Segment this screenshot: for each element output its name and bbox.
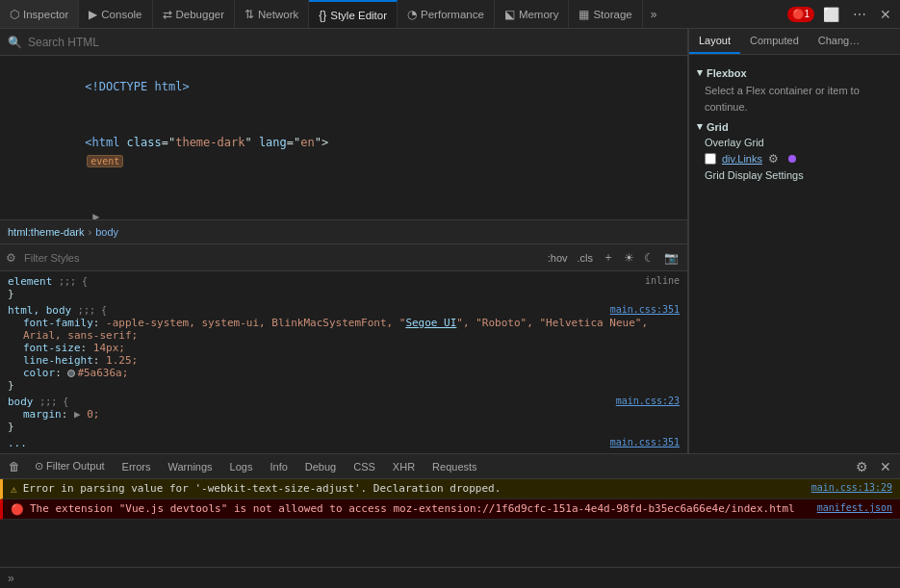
color-name[interactable]: color	[23, 367, 55, 379]
font-size-name[interactable]: font-size	[23, 342, 81, 354]
requests-tab[interactable]: Requests	[424, 459, 484, 474]
info-tab[interactable]: Info	[262, 459, 295, 474]
html-line-html[interactable]: <html class="theme-dark" lang="en"> even…	[0, 115, 687, 190]
console-filter-button[interactable]: ⊙ Filter Output	[27, 458, 113, 474]
tab-memory[interactable]: ⬕ Memory	[495, 0, 570, 28]
inspector-icon: ⬡	[10, 8, 19, 21]
element-selector[interactable]: element	[8, 275, 52, 288]
logs-tab[interactable]: Logs	[222, 459, 261, 474]
more-options-button[interactable]: ⋯	[848, 5, 871, 24]
html-line-head[interactable]: ▶ <head> ··· </head>	[0, 189, 687, 219]
html-line-doctype: <!DOCTYPE html>	[0, 60, 687, 115]
tab-console[interactable]: ▶ Console	[79, 0, 152, 28]
html-lang-attr: lang	[259, 136, 287, 149]
font-family-name[interactable]: font-family	[23, 317, 93, 329]
clear-console-button[interactable]: 🗑	[4, 458, 25, 475]
tab-network[interactable]: ⇅ Network	[235, 0, 309, 28]
right-tabs: Layout Computed Chang…	[689, 29, 900, 55]
more-selector: ...	[8, 437, 27, 449]
tab-changes[interactable]: Chang…	[809, 29, 869, 54]
screenshot-button[interactable]: 📷	[661, 250, 681, 266]
console-input[interactable]	[20, 572, 892, 585]
html-lang-value: en	[300, 136, 314, 149]
tab-style-editor[interactable]: {} Style Editor	[309, 0, 398, 28]
flexbox-section-header[interactable]: ▾ Flexbox	[697, 66, 892, 79]
css-toolbar: ⚙ :hov .cls ＋ ☀ ☾ 📷	[0, 244, 687, 271]
html-panel: 🔍 <!DOCTYPE html> <html class="theme-dar…	[0, 29, 688, 453]
tab-overflow-button[interactable]: »	[643, 8, 665, 21]
add-rule-button[interactable]: ＋	[600, 248, 617, 267]
html-close-bracket: ">	[315, 136, 328, 149]
debug-tab[interactable]: Debug	[297, 459, 344, 474]
xhr-tab[interactable]: XHR	[385, 459, 423, 474]
css-rules-area: element ;;; { inline } html, body ;;; { …	[0, 271, 687, 453]
search-input[interactable]	[28, 36, 680, 49]
responsive-design-button[interactable]: ⬜	[818, 5, 844, 24]
grid-item-link[interactable]: div.Links	[722, 153, 762, 165]
color-dot[interactable]	[67, 370, 75, 377]
tab-debugger[interactable]: ⇄ Debugger	[153, 0, 236, 28]
line-height-name[interactable]: line-height	[23, 354, 93, 367]
error-badge: 🔴 1	[787, 7, 814, 22]
grid-item-checkbox[interactable]	[705, 153, 716, 165]
margin-expand[interactable]: ▶	[74, 408, 81, 421]
css-rule-element-header: element ;;; { inline	[8, 275, 680, 288]
css-tab[interactable]: CSS	[346, 459, 383, 474]
flexbox-message: Select a Flex container or item to conti…	[705, 83, 892, 115]
error-count-value: 1	[804, 9, 810, 19]
body-selector[interactable]: body	[8, 396, 34, 408]
tab-storage[interactable]: ▦ Storage	[569, 0, 642, 28]
css-prop-line-height: line-height: 1.25;	[8, 354, 680, 367]
body-source[interactable]: main.css:23	[616, 396, 680, 406]
html-class-attr: class	[127, 136, 162, 149]
warning-source[interactable]: main.css:13:29	[804, 482, 892, 493]
color-value: #5a636a;	[77, 367, 128, 379]
margin-name[interactable]: margin	[23, 408, 62, 421]
css-filter-input[interactable]	[24, 252, 541, 264]
tab-bar-right: 🔴 1 ⬜ ⋯ ✕	[787, 5, 900, 24]
network-icon: ⇅	[244, 8, 254, 21]
grid-display-settings-row: Grid Display Settings	[705, 169, 892, 181]
doctype-tag: <!DOCTYPE html>	[85, 80, 189, 93]
html-event-badge[interactable]: event	[87, 155, 123, 167]
grid-item-dot	[788, 155, 796, 163]
console-close-button[interactable]: ✕	[875, 457, 896, 476]
more-source[interactable]: main.css:351	[610, 437, 680, 447]
css-rule-body-header: body ;;; { main.css:23	[8, 396, 680, 408]
html-source: <!DOCTYPE html> <html class="theme-dark"…	[0, 56, 687, 219]
console-settings-button[interactable]: ⚙	[851, 457, 873, 476]
tab-inspector-label: Inspector	[23, 9, 68, 20]
grid-display-settings-label[interactable]: Grid Display Settings	[705, 169, 804, 181]
breadcrumb-item-body[interactable]: body	[95, 226, 118, 238]
tab-inspector[interactable]: ⬡ Inspector	[0, 0, 79, 28]
grid-section-header[interactable]: ▾ Grid	[697, 120, 892, 133]
head-expand-arrow[interactable]: ▶	[92, 210, 99, 220]
error-source[interactable]: manifest.json	[810, 502, 892, 513]
tab-performance[interactable]: ◔ Performance	[398, 0, 495, 28]
tab-computed[interactable]: Computed	[740, 29, 809, 54]
html-body-selector[interactable]: html, body	[8, 304, 71, 317]
tab-layout[interactable]: Layout	[689, 29, 740, 54]
errors-tab[interactable]: Errors	[115, 459, 159, 474]
tab-console-label: Console	[101, 9, 141, 20]
close-devtools-button[interactable]: ✕	[875, 5, 896, 24]
pseudo-hov-button[interactable]: :hov	[545, 251, 571, 265]
grid-title: Grid	[707, 121, 729, 133]
breadcrumb-sep: ›	[88, 226, 91, 238]
html-body-source[interactable]: main.css:351	[610, 304, 680, 315]
tab-network-label: Network	[258, 9, 298, 20]
dark-mode-button[interactable]: ☾	[641, 250, 657, 266]
style-editor-icon: {}	[319, 9, 326, 22]
warnings-tab[interactable]: Warnings	[161, 459, 220, 474]
font-family-value: -apple-system, system-ui, BlinkMacSystem…	[23, 317, 648, 342]
body-close-brace: }	[8, 421, 680, 433]
error-count: 🔴	[792, 9, 804, 19]
css-rule-more: ... main.css:351	[0, 435, 687, 451]
css-rule-html-body: html, body ;;; { main.css:351 font-famil…	[0, 302, 687, 394]
light-mode-button[interactable]: ☀	[621, 250, 637, 266]
right-content: ▾ Flexbox Select a Flex container or ite…	[689, 55, 900, 453]
grid-item-gear-icon[interactable]: ⚙	[768, 152, 779, 166]
pseudo-cls-button[interactable]: .cls	[575, 251, 597, 265]
right-panel: Layout Computed Chang… ▾ Flexbox Select …	[688, 29, 900, 453]
breadcrumb-item-html[interactable]: html:theme-dark	[8, 226, 84, 238]
